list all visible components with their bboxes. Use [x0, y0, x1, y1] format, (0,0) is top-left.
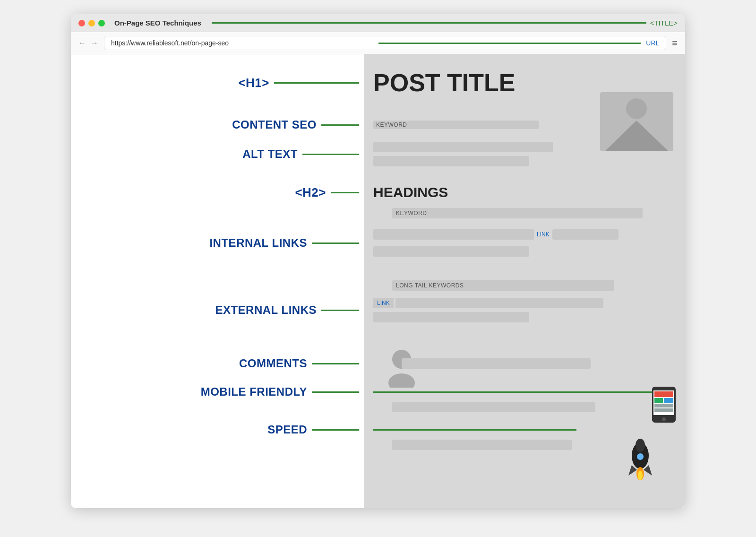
mobile-friendly-row: MOBILE FRIENDLY	[71, 385, 685, 398]
mobile-content-bars	[392, 402, 595, 412]
post-title: POST TITLE	[373, 69, 515, 97]
url-label: URL	[646, 39, 659, 47]
long-tail-bar: LONG TAIL KEYWORDS	[392, 280, 614, 291]
external-links-connector	[321, 310, 359, 311]
speed-line	[373, 429, 576, 431]
speed-row: SPEED	[71, 423, 685, 436]
rocket-icon	[619, 438, 662, 482]
menu-icon[interactable]: ≡	[672, 38, 678, 49]
link-label-2: LINK	[373, 298, 394, 308]
svg-point-16	[637, 453, 644, 460]
svg-rect-8	[664, 398, 673, 403]
headings-label: HEADINGS	[373, 184, 448, 200]
comments-label: COMMENTS	[239, 357, 307, 370]
content-seo-row: CONTENT SEO KEYWORD	[71, 118, 685, 131]
speed-label: SPEED	[267, 423, 307, 436]
h1-connector	[274, 82, 359, 84]
h2-tag-label: <H2>	[295, 185, 326, 200]
h2-connector	[331, 192, 359, 193]
browser-title: On-Page SEO Techniques	[114, 19, 201, 27]
external-link-bar2	[373, 312, 529, 322]
svg-rect-6	[654, 391, 673, 397]
url-connector-line	[378, 43, 641, 44]
svg-rect-9	[654, 404, 673, 407]
internal-links-connector	[312, 243, 359, 244]
h2-row: <H2> HEADINGS	[71, 184, 685, 200]
h1-row: <H1> POST TITLE	[71, 69, 685, 97]
content-seo-connector	[321, 124, 359, 126]
traffic-light-green	[98, 20, 105, 26]
keyword-under-headings: KEYWORD	[392, 208, 643, 218]
url-display: https://www.reliablesoft.net/on-page-seo	[111, 39, 374, 47]
svg-point-18	[638, 471, 643, 480]
alt-bar-2	[373, 156, 529, 166]
title-tag: <TITLE>	[650, 19, 678, 27]
h1-tag-label: <H1>	[238, 76, 269, 90]
traffic-light-yellow	[88, 20, 95, 26]
external-links-label: EXTERNAL LINKS	[215, 303, 317, 317]
keyword-bar-1: KEYWORD	[373, 121, 539, 129]
external-link-bar	[395, 298, 603, 308]
svg-point-0	[626, 98, 647, 119]
mobile-friendly-label: MOBILE FRIENDLY	[201, 385, 307, 398]
svg-rect-7	[654, 398, 663, 403]
speed-connector	[312, 429, 359, 431]
mobile-friendly-connector	[312, 391, 359, 393]
speed-content-bars	[392, 440, 572, 450]
content-seo-label: CONTENT SEO	[232, 118, 317, 131]
internal-links-row: INTERNAL LINKS LINK	[71, 229, 685, 257]
forward-arrow[interactable]: →	[91, 39, 98, 47]
alt-text-connector	[302, 154, 359, 155]
back-arrow[interactable]: ←	[78, 39, 86, 47]
comments-connector	[312, 363, 359, 364]
alt-text-label: ALT TEXT	[242, 147, 298, 161]
svg-rect-10	[654, 408, 673, 412]
internal-link-bar	[373, 229, 534, 240]
traffic-light-red	[78, 20, 85, 26]
internal-link-bar2	[552, 229, 619, 240]
svg-point-11	[662, 417, 666, 421]
internal-link-bar3	[373, 246, 529, 257]
comments-bar	[402, 358, 591, 369]
svg-point-13	[636, 439, 645, 452]
mobile-friendly-line	[373, 391, 676, 393]
mobile-icon	[650, 386, 678, 425]
comments-row: COMMENTS	[71, 357, 685, 370]
nav-back[interactable]: ← →	[78, 39, 98, 47]
internal-links-label: INTERNAL LINKS	[209, 236, 307, 250]
alt-bar-1	[373, 142, 553, 152]
link-label-1: LINK	[537, 231, 550, 238]
external-links-row: EXTERNAL LINKS LINK	[71, 298, 685, 322]
title-connector-line	[212, 22, 646, 24]
alt-text-row: ALT TEXT	[71, 142, 685, 166]
